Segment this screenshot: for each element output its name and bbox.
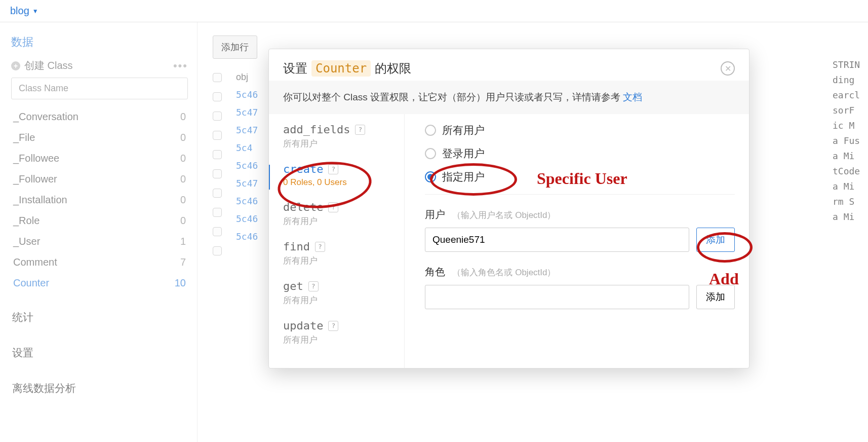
perm-item-add_fields[interactable]: add_fields?所有用户 [283,123,395,150]
modal-desc-text: 你可以对整个 Class 设置权限，让它对（部分）用户只读或者只写，详情请参考 [283,92,623,102]
create-class-button[interactable]: + 创建 Class [11,59,73,72]
objectid-link[interactable]: 5c4 [236,142,258,153]
row-checkbox[interactable] [213,189,222,198]
row-checkbox[interactable] [213,227,222,236]
perm-sub: 所有用户 [283,138,395,150]
help-icon[interactable]: ? [328,164,338,174]
radio-icon [425,148,436,159]
class-name: _Installation [13,194,67,206]
perm-sub: 所有用户 [283,255,395,267]
user-field-hint: （输入用户名或 ObjectId） [452,210,556,220]
objectid-link[interactable]: 5c47 [236,178,258,189]
radio-icon [425,125,436,136]
help-icon[interactable]: ? [328,321,338,331]
modal-title-prefix: 设置 [283,60,307,77]
help-icon[interactable]: ? [355,125,365,135]
class-count: 0 [180,194,186,206]
class-name: _User [13,236,40,247]
cell-text: ic M [833,120,868,131]
class-count: 0 [180,132,186,143]
sidebar-item-_followee[interactable]: _Followee0 [11,148,188,169]
objectid-link[interactable]: 5c46 [236,213,258,224]
cell-text: a Mi [833,181,868,192]
class-count: 7 [180,256,186,268]
add-role-button[interactable]: 添加 [696,285,735,309]
add-row-button[interactable]: 添加行 [213,35,257,59]
sidebar-section-data[interactable]: 数据 [11,34,188,50]
sidebar-item-comment[interactable]: Comment7 [11,252,188,273]
perm-item-find[interactable]: find?所有用户 [283,240,395,267]
more-icon[interactable]: ••• [173,59,188,72]
class-count: 0 [180,173,186,185]
row-checkbox[interactable] [213,150,222,159]
perm-name: update? [283,319,395,332]
classname-input[interactable] [11,78,188,99]
class-name: _File [13,132,35,143]
perm-item-get[interactable]: get?所有用户 [283,280,395,306]
objectid-link[interactable]: 5c46 [236,231,258,242]
help-icon[interactable]: ? [308,281,319,291]
class-name: _Follower [13,173,57,185]
perm-item-create[interactable]: create?0 Roles, 0 Users [283,163,395,188]
help-icon[interactable]: ? [328,202,338,212]
perm-name: create? [283,163,395,175]
row-checkbox[interactable] [213,208,222,217]
checkbox-header[interactable] [213,73,222,82]
nav-stats[interactable]: 统计 [11,306,188,329]
column-header-objectid[interactable]: obj [236,72,258,83]
plus-circle-icon: + [11,61,20,70]
radio-logged-in[interactable]: 登录用户 [425,146,735,161]
nav-offline[interactable]: 离线数据分析 [11,377,188,400]
close-icon[interactable]: ✕ [721,61,735,76]
row-checkbox[interactable] [213,131,222,140]
cell-text: earcl [833,90,868,100]
class-count: 0 [180,111,186,123]
sidebar: 数据 + 创建 Class ••• _Conversation0_File0_F… [0,22,198,442]
permission-list: add_fields?所有用户create?0 Roles, 0 Usersde… [269,114,405,368]
objectid-link[interactable]: 5c47 [236,125,258,135]
objectid-link[interactable]: 5c46 [236,89,258,100]
user-input[interactable] [425,228,689,252]
perm-item-delete[interactable]: delete?所有用户 [283,201,395,227]
row-checkbox[interactable] [213,169,222,178]
sidebar-item-_installation[interactable]: _Installation0 [11,190,188,210]
row-checkbox[interactable] [213,112,222,121]
cell-text: a Fus [833,135,868,146]
column-header-string[interactable]: STRIN [833,59,868,70]
perm-sub: 所有用户 [283,215,395,227]
cell-text: sorF [833,105,868,116]
perm-sub: 0 Roles, 0 Users [283,177,395,188]
sidebar-item-_file[interactable]: _File0 [11,127,188,148]
row-checkbox[interactable] [213,92,222,101]
app-switcher[interactable]: blog ▼ [10,5,38,17]
class-count: 1 [180,236,186,247]
app-name: blog [10,5,29,17]
perm-item-update[interactable]: update?所有用户 [283,319,395,346]
row-checkbox[interactable] [213,246,222,255]
modal-doc-link[interactable]: 文档 [623,92,642,102]
modal-title-classname: Counter [311,60,371,77]
radio-all-users[interactable]: 所有用户 [425,123,735,137]
help-icon[interactable]: ? [315,242,325,252]
add-user-button[interactable]: 添加 [696,228,735,252]
sidebar-item-_follower[interactable]: _Follower0 [11,169,188,190]
radio-all-users-label: 所有用户 [442,123,485,137]
objectid-link[interactable]: 5c46 [236,160,258,171]
perm-name: delete? [283,201,395,213]
cell-text: tCode [833,166,868,176]
role-input[interactable] [425,285,689,309]
class-count: 0 [180,153,186,164]
radio-specific-user[interactable]: 指定用户 [425,170,735,184]
sidebar-item-_user[interactable]: _User1 [11,231,188,252]
permission-panel: 所有用户 登录用户 指定用户 用户 （输入用户名或 ObjectId） 添加 [405,114,749,368]
sidebar-item-counter[interactable]: Counter10 [11,273,188,293]
sidebar-item-_conversation[interactable]: _Conversation0 [11,106,188,127]
nav-settings[interactable]: 设置 [11,341,188,364]
objectid-link[interactable]: 5c46 [236,196,258,206]
cell-text: ding [833,75,868,85]
objectid-link[interactable]: 5c47 [236,107,258,118]
role-field-label: 角色 [425,266,445,277]
sidebar-item-_role[interactable]: _Role0 [11,210,188,231]
class-name: _Conversation [13,111,78,123]
modal-title: 设置 Counter 的权限 [283,60,411,77]
